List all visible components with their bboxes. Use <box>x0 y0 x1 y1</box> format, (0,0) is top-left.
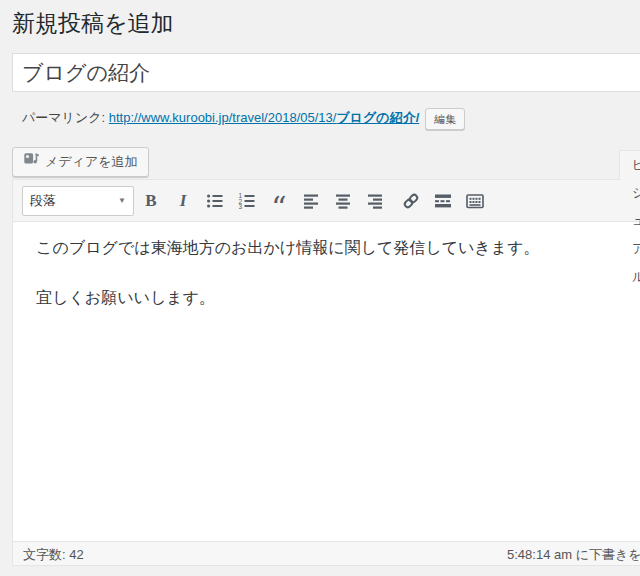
editor-content-area[interactable]: このブログでは東海地方のお出かけ情報に関して発信していきます。 宜しくお願いいし… <box>13 222 640 541</box>
autosave-message: 5:48:14 am に下書きを保存しました。 <box>507 546 640 564</box>
media-icon <box>23 149 40 175</box>
align-center-button[interactable] <box>328 187 358 215</box>
align-right-button[interactable] <box>360 187 390 215</box>
bold-button[interactable]: B <box>136 187 166 215</box>
insert-link-button[interactable] <box>396 187 426 215</box>
content-paragraph: 宜しくお願いいします。 <box>36 286 640 310</box>
permalink-link[interactable]: http://www.kuroobi.jp/travel/2018/05/13/… <box>109 110 419 125</box>
read-more-icon <box>433 191 453 211</box>
keyboard-icon <box>465 191 485 211</box>
paragraph-format-value: 段落 <box>30 192 56 210</box>
bullet-list-button[interactable] <box>200 187 230 215</box>
word-count-label: 文字数: <box>23 547 66 562</box>
permalink-url-base: http://www.kuroobi.jp/travel/2018/05/13/ <box>109 110 337 125</box>
permalink-url-slug: ブログの紹介/ <box>336 110 419 125</box>
bullet-list-icon <box>205 191 225 211</box>
add-media-label: メディアを追加 <box>45 149 138 175</box>
editor-toolbar: 段落 ▼ B I 1 2 3 <box>13 180 640 222</box>
post-title-input[interactable] <box>12 53 640 92</box>
page-title: 新規投稿を追加 <box>12 9 174 39</box>
tab-visual-editor[interactable]: ビジュアル <box>619 150 640 180</box>
numbered-list-icon: 1 2 3 <box>237 191 257 211</box>
toolbar-toggle-button[interactable] <box>460 187 490 215</box>
svg-text:3: 3 <box>239 203 243 210</box>
paragraph-format-dropdown[interactable]: 段落 ▼ <box>22 186 134 216</box>
read-more-tag-button[interactable] <box>428 187 458 215</box>
blockquote-button[interactable]: “ <box>264 187 294 215</box>
post-editor-page: 新規投稿を追加 パーマリンク: http://www.kuroobi.jp/tr… <box>0 0 640 576</box>
media-buttons-row: メディアを追加 <box>12 147 149 177</box>
word-count: 文字数: 42 <box>23 546 84 564</box>
permalink-label: パーマリンク: <box>22 110 105 125</box>
word-count-value: 42 <box>69 547 83 562</box>
numbered-list-button[interactable]: 1 2 3 <box>232 187 262 215</box>
link-icon <box>401 191 421 211</box>
editor-status-bar: 文字数: 42 5:48:14 am に下書きを保存しました。 <box>13 541 640 565</box>
align-center-icon <box>333 191 353 211</box>
italic-button[interactable]: I <box>168 187 198 215</box>
editor-container: 段落 ▼ B I 1 2 3 <box>12 179 640 566</box>
blockquote-icon: “ <box>271 203 286 213</box>
content-paragraph: このブログでは東海地方のお出かけ情報に関して発信していきます。 <box>36 236 640 260</box>
add-media-button[interactable]: メディアを追加 <box>12 147 149 177</box>
align-left-icon <box>301 191 321 211</box>
align-left-button[interactable] <box>296 187 326 215</box>
permalink-row: パーマリンク: http://www.kuroobi.jp/travel/201… <box>22 106 632 130</box>
align-right-icon <box>365 191 385 211</box>
chevron-down-icon: ▼ <box>118 196 126 205</box>
permalink-edit-button[interactable]: 編集 <box>425 108 465 130</box>
